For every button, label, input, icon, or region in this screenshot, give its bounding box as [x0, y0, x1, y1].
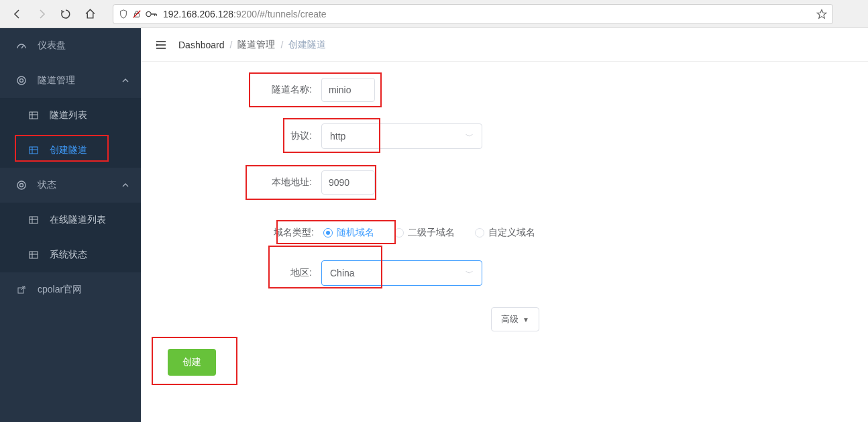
chevron-down-icon: ﹀	[466, 131, 474, 142]
svg-rect-14	[30, 217, 38, 223]
reload-button[interactable]	[56, 5, 75, 23]
sidebar-label: 仪表盘	[38, 40, 66, 52]
sidebar-label: 状态	[38, 179, 56, 191]
sidebar-label: 隧道列表	[50, 109, 87, 121]
tunnel-name-input[interactable]	[321, 78, 375, 102]
svg-line-3	[21, 46, 23, 48]
sidebar-item-online-tunnels[interactable]: 在线隧道列表	[0, 203, 141, 238]
sidebar-label: cpolar官网	[38, 284, 82, 296]
tunnel-name-label: 隧道名称:	[254, 84, 321, 96]
svg-point-12	[17, 181, 25, 189]
local-addr-input[interactable]	[321, 170, 375, 195]
sidebar-label: 在线隧道列表	[50, 214, 106, 226]
breadcrumb-create-tunnel: 创建隧道	[288, 39, 326, 51]
home-button[interactable]	[80, 5, 99, 23]
svg-point-2	[146, 11, 151, 16]
sidebar-toggle-icon[interactable]	[154, 38, 168, 52]
local-addr-label: 本地地址:	[254, 176, 321, 189]
sidebar-item-dashboard[interactable]: 仪表盘	[0, 28, 141, 63]
sidebar-label: 隧道管理	[38, 74, 75, 87]
table-icon	[27, 248, 40, 262]
protocol-value: http	[330, 131, 345, 142]
sidebar: 仪表盘 隧道管理 隧道列表 创建隧道 状态 在线隧道列表	[0, 28, 141, 422]
sidebar-item-tunnel-mgmt[interactable]: 隧道管理	[0, 63, 141, 98]
breadcrumb-dashboard[interactable]: Dashboard	[178, 40, 225, 50]
caret-down-icon: ▼	[523, 316, 529, 323]
svg-point-13	[20, 184, 23, 187]
chevron-up-icon	[122, 182, 129, 189]
svg-rect-17	[30, 252, 38, 258]
sidebar-item-cpolar-site[interactable]: cpolar官网	[0, 272, 141, 307]
sidebar-item-system-status[interactable]: 系统状态	[0, 238, 141, 272]
gauge-icon	[15, 39, 28, 52]
sidebar-label: 系统状态	[50, 249, 87, 261]
radio-subdomain[interactable]: 二级子域名	[394, 227, 455, 239]
table-icon	[27, 213, 40, 227]
radio-custom-domain[interactable]: 自定义域名	[475, 227, 535, 239]
radio-random-domain[interactable]: 随机域名	[323, 227, 374, 239]
table-icon	[27, 109, 40, 122]
svg-rect-6	[30, 112, 38, 119]
external-link-icon	[15, 283, 28, 297]
circle-icon	[15, 178, 28, 192]
sidebar-item-tunnel-list[interactable]: 隧道列表	[0, 98, 141, 133]
chevron-up-icon	[122, 77, 129, 84]
chevron-down-icon: ﹀	[466, 268, 474, 279]
domain-type-label: 域名类型:	[264, 227, 323, 239]
svg-rect-9	[30, 147, 38, 154]
sidebar-item-create-tunnel[interactable]: 创建隧道	[0, 133, 141, 168]
table-icon	[27, 144, 40, 157]
circle-icon	[15, 74, 28, 87]
url-bar[interactable]: 192.168.206.128:9200/#/tunnels/create	[113, 4, 833, 24]
region-value: China	[330, 268, 355, 278]
url-text: 192.168.206.128:9200/#/tunnels/create	[163, 9, 816, 19]
radio-checked-icon	[323, 228, 333, 238]
protocol-select[interactable]: http ﹀	[321, 123, 482, 149]
radio-unchecked-icon	[475, 228, 484, 238]
nav-back-button[interactable]	[8, 5, 27, 23]
create-button[interactable]: 创建	[168, 349, 216, 376]
sidebar-item-status[interactable]: 状态	[0, 168, 141, 203]
breadcrumb-tunnel-mgmt: 隧道管理	[237, 39, 275, 51]
shield-icon	[119, 9, 128, 19]
region-select[interactable]: China ﹀	[321, 260, 482, 286]
breadcrumb: Dashboard / 隧道管理 / 创建隧道	[178, 39, 326, 51]
bookmark-star-icon[interactable]	[816, 9, 827, 19]
radio-unchecked-icon	[394, 228, 404, 238]
region-label: 地区:	[271, 267, 321, 279]
sidebar-label: 创建隧道	[50, 144, 87, 156]
key-icon	[146, 9, 158, 19]
svg-point-5	[20, 79, 23, 83]
protocol-label: 协议:	[271, 130, 321, 142]
svg-point-4	[17, 76, 25, 85]
nav-forward-button[interactable]	[32, 5, 51, 23]
advanced-button[interactable]: 高级 ▼	[491, 307, 539, 331]
lock-slash-icon	[132, 9, 142, 19]
